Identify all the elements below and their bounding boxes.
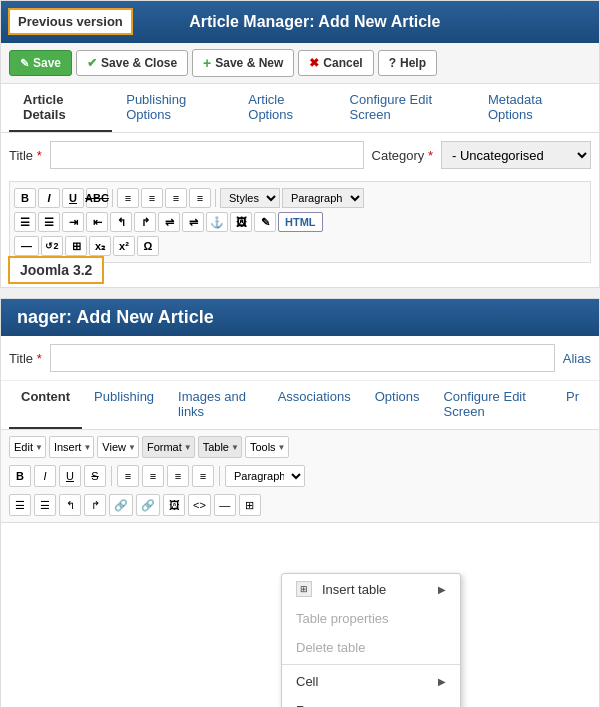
align-left-b[interactable]: ≡ xyxy=(117,465,139,487)
cancel-icon: ✖ xyxy=(309,56,319,70)
tab-article-options[interactable]: Article Options xyxy=(234,84,335,132)
bottom-header-title: nager: Add New Article xyxy=(17,307,214,328)
save-new-button[interactable]: + Save & New xyxy=(192,49,294,77)
submenu-arrow-insert: ▶ xyxy=(438,584,446,595)
tab-configure-edit-screen[interactable]: Configure Edit Screen xyxy=(336,84,474,132)
list-ol-button[interactable]: ☰ xyxy=(38,212,60,232)
table-b[interactable]: ⊞ xyxy=(239,494,261,516)
anchor-button[interactable]: ⚓ xyxy=(206,212,228,232)
code-b[interactable]: <> xyxy=(188,494,211,516)
tools-menu-button[interactable]: Tools ▼ xyxy=(245,436,289,458)
align-left-button[interactable]: ≡ xyxy=(117,188,139,208)
tab-configure-edit[interactable]: Configure Edit Screen xyxy=(431,381,554,429)
previous-version-label: Previous version xyxy=(8,8,133,35)
hr-button[interactable]: — xyxy=(14,236,39,256)
save-close-button[interactable]: ✔ Save & Close xyxy=(76,50,188,76)
bold-button[interactable]: B xyxy=(14,188,36,208)
category-label: Category * xyxy=(372,148,433,163)
italic-b-button[interactable]: I xyxy=(34,465,56,487)
indent-button[interactable]: ⇥ xyxy=(62,212,84,232)
table-dropdown-menu: ⊞ Insert table ▶ Table properties Delete… xyxy=(281,573,461,707)
category-select[interactable]: - Uncategorised xyxy=(441,141,591,169)
underline-b-button[interactable]: U xyxy=(59,465,81,487)
row-label: Row xyxy=(296,703,322,707)
delete-table-label: Delete table xyxy=(296,640,365,655)
omega-button[interactable]: Ω xyxy=(137,236,159,256)
outdent-button[interactable]: ⇤ xyxy=(86,212,108,232)
tab-pr[interactable]: Pr xyxy=(554,381,591,429)
special-char-button[interactable]: ↺2 xyxy=(41,236,63,256)
save-button[interactable]: ✎ Save xyxy=(9,50,72,76)
row-item[interactable]: Row ▶ xyxy=(282,696,460,707)
align-right-button[interactable]: ≡ xyxy=(165,188,187,208)
image-b[interactable]: 🖼 xyxy=(163,494,185,516)
help-button[interactable]: ? Help xyxy=(378,50,437,76)
underline-button[interactable]: U xyxy=(62,188,84,208)
unlink-button[interactable]: ⇌ xyxy=(182,212,204,232)
redo-button[interactable]: ↱ xyxy=(134,212,156,232)
sup-button[interactable]: x² xyxy=(113,236,135,256)
cell-label: Cell xyxy=(296,674,318,689)
plus-icon: + xyxy=(203,55,211,71)
align-justify-b[interactable]: ≡ xyxy=(192,465,214,487)
tab-metadata-options[interactable]: Metadata Options xyxy=(474,84,591,132)
list-ul-b[interactable]: ☰ xyxy=(9,494,31,516)
cancel-button[interactable]: ✖ Cancel xyxy=(298,50,373,76)
undo-b[interactable]: ↰ xyxy=(59,494,81,516)
bottom-title-input[interactable] xyxy=(50,344,555,372)
top-form-row: Title * Category * - Uncategorised xyxy=(1,133,599,177)
align-right-b[interactable]: ≡ xyxy=(167,465,189,487)
menu-divider xyxy=(282,664,460,665)
tab-options[interactable]: Options xyxy=(363,381,432,429)
bottom-header-bar: nager: Add New Article xyxy=(1,299,599,336)
image-button[interactable]: 🖼 xyxy=(230,212,252,232)
list-ol-b[interactable]: ☰ xyxy=(34,494,56,516)
view-menu-button[interactable]: View ▼ xyxy=(97,436,139,458)
table-button[interactable]: ⊞ xyxy=(65,236,87,256)
tab-publishing[interactable]: Publishing xyxy=(82,381,166,429)
insert-menu-button[interactable]: Insert ▼ xyxy=(49,436,94,458)
list-ul-button[interactable]: ☰ xyxy=(14,212,36,232)
strike-b-button[interactable]: S xyxy=(84,465,106,487)
align-justify-button[interactable]: ≡ xyxy=(189,188,211,208)
insert-table-item[interactable]: ⊞ Insert table ▶ xyxy=(282,574,460,604)
link-button[interactable]: ⇌ xyxy=(158,212,180,232)
strikethrough-button[interactable]: ABC xyxy=(86,188,108,208)
title-input[interactable] xyxy=(50,141,364,169)
tab-images-links[interactable]: Images and links xyxy=(166,381,266,429)
link-b[interactable]: 🔗 xyxy=(109,494,133,516)
title-label: Title * xyxy=(9,148,42,163)
align-center-b[interactable]: ≡ xyxy=(142,465,164,487)
html-button[interactable]: HTML xyxy=(278,212,323,232)
unlink-b[interactable]: 🔗 xyxy=(136,494,160,516)
top-toolbar: ✎ Save ✔ Save & Close + Save & New ✖ Can… xyxy=(1,43,599,84)
insert-table-icon: ⊞ xyxy=(296,581,312,597)
bold-b-button[interactable]: B xyxy=(9,465,31,487)
table-menu-button[interactable]: Table ▼ xyxy=(198,436,242,458)
redo-b[interactable]: ↱ xyxy=(84,494,106,516)
table-properties-item: Table properties xyxy=(282,604,460,633)
italic-button[interactable]: I xyxy=(38,188,60,208)
tab-publishing-options[interactable]: Publishing Options xyxy=(112,84,234,132)
tab-article-details[interactable]: Article Details xyxy=(9,84,112,132)
tab-content[interactable]: Content xyxy=(9,381,82,429)
paragraph-b-select[interactable]: Paragraph xyxy=(225,465,305,487)
checkmark-icon: ✔ xyxy=(87,56,97,70)
cell-item[interactable]: Cell ▶ xyxy=(282,667,460,696)
bottom-tabs: Content Publishing Images and links Asso… xyxy=(1,381,599,430)
bottom-form-row: Title * Alias xyxy=(1,336,599,381)
table-properties-label: Table properties xyxy=(296,611,389,626)
styles-select[interactable]: Styles xyxy=(220,188,280,208)
edit-button[interactable]: ✎ xyxy=(254,212,276,232)
format-menu-button[interactable]: Format ▼ xyxy=(142,436,195,458)
submenu-arrow-cell: ▶ xyxy=(438,676,446,687)
align-center-button[interactable]: ≡ xyxy=(141,188,163,208)
tab-associations[interactable]: Associations xyxy=(266,381,363,429)
hr-b[interactable]: — xyxy=(214,494,236,516)
sub-button[interactable]: x₂ xyxy=(89,236,111,256)
bottom-alias-label: Alias xyxy=(563,351,591,366)
delete-table-item: Delete table xyxy=(282,633,460,662)
edit-menu-button[interactable]: Edit ▼ xyxy=(9,436,46,458)
paragraph-select[interactable]: Paragraph xyxy=(282,188,364,208)
undo-button[interactable]: ↰ xyxy=(110,212,132,232)
